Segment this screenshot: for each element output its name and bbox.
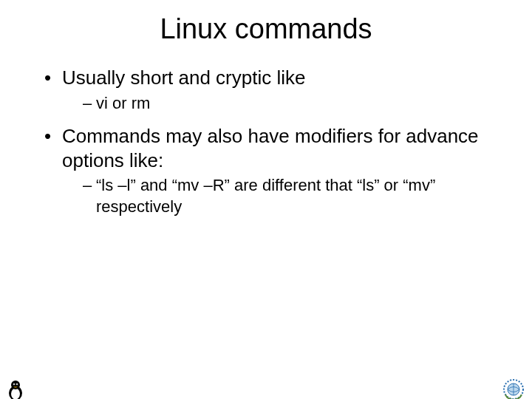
slide-title: Linux commands <box>0 13 532 45</box>
sub-bullet-item: “ls –l” and “mv –R” are different that “… <box>83 175 510 217</box>
svg-point-2 <box>11 381 20 389</box>
bullet-list: Usually short and cryptic like vi or rm … <box>22 66 510 217</box>
slide: Linux commands Usually short and cryptic… <box>0 13 532 399</box>
bullet-item: Commands may also have modifiers for adv… <box>44 124 510 217</box>
bullet-text: Commands may also have modifiers for adv… <box>62 125 479 171</box>
footer-icons <box>0 378 532 399</box>
slide-content: Usually short and cryptic like vi or rm … <box>0 66 532 217</box>
bullet-text: Usually short and cryptic like <box>62 66 305 89</box>
svg-point-1 <box>11 389 20 400</box>
svg-point-6 <box>16 383 17 384</box>
sub-bullet-list: “ls –l” and “mv –R” are different that “… <box>62 175 510 217</box>
globe-wreath-badge-icon <box>502 378 525 399</box>
tux-penguin-icon <box>6 378 25 399</box>
sub-bullet-list: vi or rm <box>62 93 510 115</box>
svg-point-5 <box>13 383 14 384</box>
bullet-item: Usually short and cryptic like vi or rm <box>44 66 510 114</box>
sub-bullet-text: “ls –l” and “mv –R” are different that “… <box>96 176 435 216</box>
sub-bullet-item: vi or rm <box>83 93 510 115</box>
sub-bullet-text: vi or rm <box>96 94 150 112</box>
